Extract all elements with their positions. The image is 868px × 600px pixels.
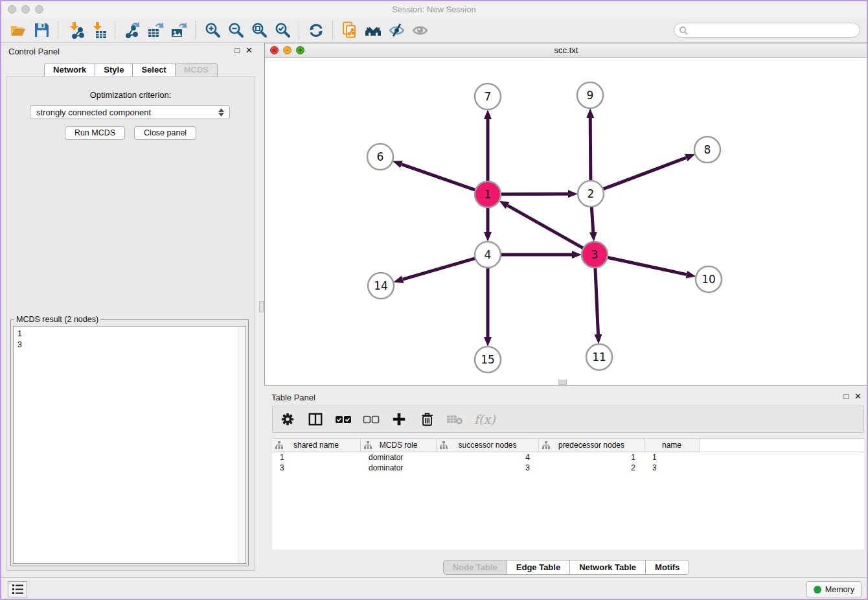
hide-panels-button[interactable]: [385, 21, 408, 40]
table-cell[interactable]: dominator: [361, 463, 437, 473]
network-window-titlebar[interactable]: ✕ − + scc.txt: [265, 43, 867, 58]
table-cell[interactable]: 2: [539, 463, 645, 473]
edge-2-8[interactable]: [603, 157, 687, 189]
run-mcds-button[interactable]: Run MCDS: [65, 126, 125, 140]
edge-2-9[interactable]: [590, 118, 591, 181]
import-table-button[interactable]: [87, 21, 110, 40]
window-title: Session: New Session: [1, 5, 867, 14]
vertical-splitter-grip[interactable]: [259, 301, 264, 312]
table-cell[interactable]: 3: [437, 463, 539, 473]
add-column-button[interactable]: [391, 411, 407, 428]
delete-columns-button[interactable]: [418, 411, 435, 428]
tab-network[interactable]: Network: [44, 63, 95, 77]
mcds-result-textarea[interactable]: 1 3: [13, 326, 246, 564]
horizontal-splitter-grip[interactable]: [558, 380, 567, 385]
network-graph[interactable]: 7968124314101511: [265, 58, 867, 385]
control-panel-header: Control Panel □ ✕: [1, 43, 260, 60]
export-table-button[interactable]: [144, 21, 167, 40]
graph-node-14[interactable]: 14: [368, 273, 394, 299]
table-cell[interactable]: 1: [645, 452, 700, 463]
hierarchy-icon: [542, 441, 550, 449]
copy-network-icon: [341, 21, 359, 39]
function-builder-button[interactable]: f(x): [474, 411, 496, 428]
tab-select[interactable]: Select: [133, 63, 175, 77]
edge-3-10[interactable]: [608, 257, 687, 274]
export-network-button[interactable]: [120, 21, 144, 40]
graph-node-7[interactable]: 7: [475, 84, 501, 110]
edge-1-6[interactable]: [402, 165, 475, 190]
edge-2-3[interactable]: [591, 207, 593, 232]
search-icon: [679, 26, 688, 35]
graph-node-2[interactable]: 2: [578, 181, 604, 207]
edge-1-2[interactable]: [501, 194, 568, 194]
column-header-name[interactable]: name: [645, 439, 700, 452]
column-header-successor-nodes[interactable]: successor nodes: [437, 439, 539, 452]
refresh-button[interactable]: [304, 21, 328, 40]
zoom-selected-button[interactable]: [271, 21, 294, 40]
graph-node-11[interactable]: 11: [586, 344, 612, 370]
task-history-button[interactable]: [8, 581, 27, 597]
unselect-all-columns-button[interactable]: [363, 411, 380, 428]
graph-node-4[interactable]: 4: [475, 242, 501, 268]
float-table-panel-icon[interactable]: □: [843, 391, 849, 401]
optimization-criterion-select[interactable]: strongly connected component: [30, 105, 230, 119]
column-header-MCDS-role[interactable]: MCDS role: [361, 439, 437, 452]
table-body: 1dominator4113dominator323: [272, 452, 864, 473]
delete-table-button[interactable]: [446, 411, 463, 428]
open-folder-icon: [10, 22, 27, 39]
close-panel-icon[interactable]: ✕: [246, 45, 253, 55]
table-cell[interactable]: 3: [645, 463, 700, 473]
svg-text:4: 4: [485, 248, 492, 261]
trash-icon: [420, 411, 435, 427]
table-cell[interactable]: 1: [272, 452, 361, 463]
tab-network-table[interactable]: Network Table: [570, 560, 646, 575]
column-header-predecessor-nodes[interactable]: predecessor nodes: [539, 439, 645, 452]
zoom-in-button[interactable]: [201, 21, 224, 40]
open-file-button[interactable]: [6, 21, 30, 40]
table-row[interactable]: 3dominator323: [272, 463, 864, 473]
home-layout-button[interactable]: [361, 21, 385, 40]
table-row[interactable]: 1dominator411: [272, 452, 864, 463]
edge-3-11[interactable]: [595, 268, 599, 334]
graph-node-15[interactable]: 15: [475, 347, 501, 373]
graph-node-3[interactable]: 3: [582, 242, 608, 268]
zoom-out-button[interactable]: [224, 21, 247, 40]
graph-node-1[interactable]: 1: [475, 181, 501, 207]
network-canvas[interactable]: 7968124314101511: [265, 58, 867, 385]
graph-node-10[interactable]: 10: [696, 266, 722, 292]
split-panel-button[interactable]: [307, 411, 324, 428]
table-options-button[interactable]: [279, 411, 296, 428]
select-all-columns-button[interactable]: [335, 411, 352, 428]
tab-motifs[interactable]: Motifs: [646, 560, 689, 575]
tab-mcds[interactable]: MCDS: [176, 63, 218, 77]
graph-node-6[interactable]: 6: [367, 144, 393, 170]
tab-edge-table[interactable]: Edge Table: [507, 560, 570, 575]
tab-style[interactable]: Style: [95, 63, 133, 77]
copy-network-view-button[interactable]: [338, 21, 361, 40]
search-input[interactable]: [691, 25, 849, 36]
column-header-shared-name[interactable]: shared name: [272, 439, 361, 452]
memory-button[interactable]: Memory: [806, 581, 862, 597]
svg-text:2: 2: [588, 187, 595, 200]
search-field[interactable]: [674, 23, 860, 38]
graph-node-8[interactable]: 8: [694, 137, 720, 163]
float-panel-icon[interactable]: □: [234, 45, 240, 55]
export-image-button[interactable]: [167, 21, 190, 40]
table-cell[interactable]: dominator: [361, 452, 437, 463]
table-cell[interactable]: 4: [437, 452, 539, 463]
edge-4-14[interactable]: [403, 259, 475, 280]
close-panel-button[interactable]: Close panel: [134, 126, 196, 140]
import-network-button[interactable]: [63, 21, 87, 40]
edge-3-1[interactable]: [507, 205, 583, 248]
close-table-panel-icon[interactable]: ✕: [854, 391, 862, 401]
result-scrollbar[interactable]: [238, 327, 246, 563]
table-cell[interactable]: 3: [272, 463, 361, 473]
save-session-button[interactable]: [30, 21, 53, 40]
zoom-fit-button[interactable]: [247, 21, 271, 40]
graph-node-9[interactable]: 9: [577, 82, 603, 108]
node-table: shared nameMCDS rolesuccessor nodesprede…: [272, 438, 864, 549]
show-panels-button[interactable]: [408, 21, 431, 40]
export-image-icon: [170, 21, 188, 39]
tab-node-table[interactable]: Node Table: [443, 560, 507, 575]
table-cell[interactable]: 1: [539, 452, 645, 463]
